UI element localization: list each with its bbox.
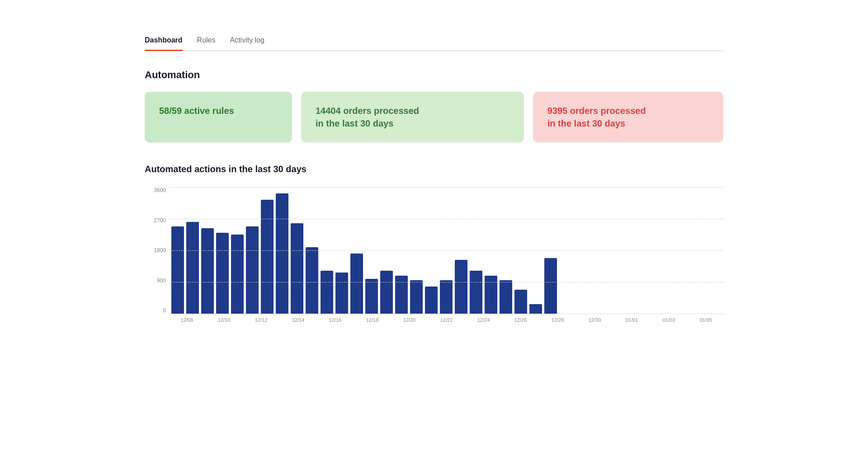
tab-rules[interactable]: Rules — [197, 36, 216, 51]
bar-12-13 — [216, 233, 229, 314]
x-label-12-12: 12/12 — [244, 317, 278, 323]
x-label-12-22: 12/22 — [429, 317, 464, 323]
bar-12-12 — [201, 228, 214, 314]
bar-01-03 — [500, 280, 512, 314]
automation-section: Automation 58/59 active rules 14404 orde… — [145, 69, 723, 142]
y-label-2700: 2700 — [145, 217, 170, 224]
tab-activity-log[interactable]: Activity log — [230, 36, 264, 51]
x-label-12-10: 12/10 — [207, 317, 241, 323]
x-label-12-20: 12/20 — [392, 317, 427, 323]
x-label-12-14: 12/14 — [281, 317, 316, 323]
bar-12-30b — [470, 271, 482, 314]
x-label-12-08: 12/08 — [170, 317, 204, 323]
y-label-3600: 3600 — [145, 187, 170, 193]
x-label-01-01: 01/01 — [614, 317, 649, 323]
chart-container: 0 900 1800 2700 3600 — [145, 187, 723, 341]
x-label-12-18: 12/18 — [355, 317, 390, 323]
automation-title: Automation — [145, 69, 723, 81]
bar-12-16 — [276, 193, 288, 314]
bar-12-28 — [425, 287, 438, 314]
bar-12-08 — [171, 226, 184, 314]
card-orders-green: 14404 orders processedin the last 30 day… — [301, 92, 524, 142]
bar-12-20 — [321, 271, 333, 314]
bar-01-05 — [529, 304, 542, 314]
card-orders-pink-text: 9395 orders processedin the last 30 days — [547, 104, 646, 130]
x-label-12-24: 12/24 — [466, 317, 501, 323]
bar-01-05b — [544, 258, 557, 314]
bar-12-18 — [306, 247, 318, 314]
bar-12-24 — [365, 279, 378, 314]
x-label-12-28: 12/28 — [540, 317, 575, 323]
card-active-rules-text: 58/59 active rules — [159, 104, 234, 117]
bar-12-14b — [246, 226, 259, 314]
bar-12-15 — [261, 200, 274, 314]
bar-12-17 — [291, 223, 303, 314]
bar-12-26 — [395, 276, 408, 314]
bar-12-22 — [350, 254, 363, 314]
bar-12-28b — [440, 280, 453, 314]
bar-12-14 — [231, 235, 244, 314]
x-label-12-16: 12/16 — [318, 317, 353, 323]
chart-bars-area — [170, 187, 723, 314]
tabs-nav: Dashboard Rules Activity log — [145, 36, 723, 51]
x-label-01-03: 01/03 — [651, 317, 686, 323]
bar-12-30 — [455, 260, 467, 314]
chart-section: Automated actions in the last 30 days 0 … — [145, 164, 723, 341]
card-active-rules: 58/59 active rules — [145, 92, 292, 142]
card-orders-pink: 9395 orders processedin the last 30 days — [533, 92, 723, 142]
x-label-12-26: 12/26 — [503, 317, 538, 323]
bar-12-20b — [335, 273, 348, 314]
bar-01-03b — [514, 290, 527, 314]
y-label-1800: 1800 — [145, 247, 170, 254]
bar-12-26b — [410, 280, 423, 314]
y-label-0: 0 — [145, 307, 170, 314]
y-axis: 0 900 1800 2700 3600 — [145, 187, 170, 314]
tab-dashboard[interactable]: Dashboard — [145, 36, 183, 51]
cards-row: 58/59 active rules 14404 orders processe… — [145, 92, 723, 142]
chart-title: Automated actions in the last 30 days — [145, 164, 723, 174]
x-label-12-30: 12/30 — [577, 317, 612, 323]
bar-12-10 — [186, 222, 199, 314]
bar-01-01 — [485, 276, 497, 314]
bar-12-24b — [380, 271, 393, 314]
x-label-01-05: 01/05 — [689, 317, 723, 323]
x-labels-container: 12/0812/1012/1212/1412/1612/1812/2012/22… — [145, 317, 723, 323]
y-label-900: 900 — [145, 277, 170, 284]
page-container: Dashboard Rules Activity log Automation … — [118, 0, 750, 359]
grid-line-bottom — [170, 314, 723, 314]
card-orders-green-text: 14404 orders processedin the last 30 day… — [316, 104, 419, 130]
bars-container — [170, 187, 723, 314]
